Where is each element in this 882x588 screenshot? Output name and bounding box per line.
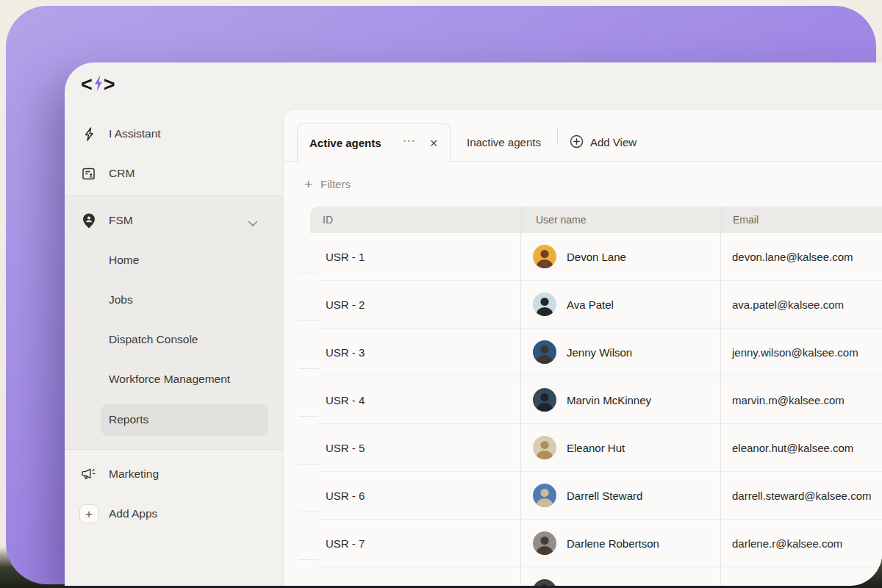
sidebar-item-crm[interactable]: CRM — [65, 157, 283, 190]
table-row[interactable]: USR - 3 Jenny Wilson jenny.wilson@kalsee… — [319, 329, 882, 376]
sidebar-item-add-apps[interactable]: + Add Apps — [65, 498, 283, 530]
cell-user-name: Devon Lane — [521, 233, 721, 280]
tab-inactive-agents[interactable]: Inactive agents — [462, 123, 545, 162]
main-content-panel: Active agents ··· ✕ Inactive agents — [283, 109, 882, 586]
table-row[interactable]: USR - 2 Ava Patel ava.patel@kalsee.com — [319, 281, 882, 329]
sidebar-item-fsm[interactable]: FSM — [65, 204, 283, 237]
sidebar-item-label: Add Apps — [109, 507, 157, 520]
cell-id: USR - 2 — [319, 281, 521, 328]
tab-active-agents[interactable]: Active agents ··· ✕ — [297, 123, 451, 162]
tab-label: Active agents — [309, 137, 381, 149]
sidebar-item-dispatch-console[interactable]: Dispatch Console — [65, 323, 283, 356]
table-row[interactable]: USR - 8 Bessie Cooper bessie.cooper@kals… — [319, 567, 882, 586]
cell-email: jenny.wilson@kalsee.com — [721, 329, 882, 376]
sidebar-item-assistant[interactable]: I Assistant — [65, 118, 283, 150]
lightning-bolt-icon — [81, 126, 96, 142]
cell-user-name: Eleanor Hut — [521, 424, 721, 471]
logo-right-bracket: > — [104, 74, 116, 96]
sidebar: < > I Assistant — [65, 62, 283, 586]
cell-email: eleanor.hut@kalsee.com — [721, 424, 882, 471]
user-name-text: Jenny Wilson — [567, 346, 632, 359]
user-name-text: Devon Lane — [567, 251, 626, 263]
tab-options-icon[interactable]: ··· — [403, 141, 416, 146]
logo-left-bracket: < — [81, 74, 93, 96]
column-header-id[interactable]: ID — [310, 207, 521, 233]
user-name-text: Eleanor Hut — [567, 442, 625, 454]
sidebar-item-marketing[interactable]: Marketing — [65, 458, 283, 490]
app-logo: < > — [81, 73, 116, 97]
view-tab-bar: Active agents ··· ✕ Inactive agents — [284, 110, 882, 162]
cell-id: USR - 3 — [319, 329, 521, 376]
sidebar-item-label: Reports — [109, 413, 148, 426]
plus-icon: + — [79, 504, 98, 523]
table-row[interactable]: USR - 7 Darlene Robertson darlene.r@kals… — [319, 520, 882, 567]
tab-close-icon[interactable]: ✕ — [429, 137, 438, 149]
cell-email: marvin.m@kalsee.com — [721, 376, 882, 423]
table-header-row: ID User name Email — [310, 207, 882, 233]
cell-email: darlene.r@kalsee.com — [721, 520, 882, 567]
agents-table: ID User name Email USR - 1 Devon Lane de… — [298, 207, 882, 586]
avatar — [533, 579, 556, 586]
sidebar-item-label: Marketing — [109, 467, 159, 481]
cell-user-name: Ava Patel — [521, 281, 721, 328]
sidebar-item-label: I Assistant — [109, 127, 161, 140]
column-header-email[interactable]: Email — [721, 207, 882, 233]
column-header-user-name[interactable]: User name — [521, 207, 721, 233]
sidebar-item-label: Workforce Management — [109, 373, 230, 386]
filters-bar: + Filters — [284, 162, 882, 207]
map-pin-person-icon — [81, 212, 96, 229]
chevron-down-icon[interactable] — [248, 217, 258, 230]
cell-user-name: Jenny Wilson — [521, 329, 721, 376]
cell-user-name: Darrell Steward — [521, 472, 721, 519]
user-name-text: Bessie Cooper — [567, 585, 639, 587]
user-name-text: Marvin McKinney — [567, 394, 651, 406]
cell-user-name: Bessie Cooper — [521, 567, 721, 586]
sidebar-item-label: Jobs — [109, 293, 133, 306]
sidebar-item-label: CRM — [109, 167, 135, 180]
avatar — [533, 245, 556, 268]
cell-id: USR - 1 — [319, 233, 521, 280]
table-row[interactable]: USR - 5 Eleanor Hut eleanor.hut@kalsee.c… — [319, 424, 882, 472]
cell-email: darrell.steward@kalsee.com — [721, 472, 882, 519]
cell-id: USR - 8 — [319, 567, 521, 586]
table-row[interactable]: USR - 1 Devon Lane devon.lane@kalsee.com — [319, 233, 882, 281]
avatar — [533, 388, 556, 412]
avatar — [533, 484, 556, 507]
logo-lightning-icon — [93, 73, 104, 97]
user-name-text: Ava Patel — [567, 298, 614, 311]
contact-card-icon — [81, 165, 96, 182]
cell-id: USR - 5 — [319, 424, 521, 471]
table-body: USR - 1 Devon Lane devon.lane@kalsee.com… — [319, 233, 882, 586]
app-window: < > I Assistant — [65, 62, 882, 586]
sidebar-item-label: Dispatch Console — [109, 333, 198, 346]
sidebar-item-reports[interactable]: Reports — [65, 404, 283, 436]
circled-plus-icon — [570, 135, 584, 151]
cell-id: USR - 6 — [319, 472, 521, 519]
cell-email: bessie.cooper@kalsee.com — [721, 567, 882, 586]
sidebar-item-label: FSM — [109, 214, 133, 227]
add-view-button[interactable]: Add View — [570, 123, 637, 162]
filters-button[interactable]: Filters — [320, 178, 351, 190]
row-gutter-column — [298, 233, 319, 586]
avatar — [533, 293, 556, 316]
table-row[interactable]: USR - 6 Darrell Steward darrell.steward@… — [319, 472, 882, 520]
cell-user-name: Darlene Robertson — [521, 520, 721, 567]
user-name-text: Darlene Robertson — [567, 537, 659, 550]
sidebar-item-home[interactable]: Home — [65, 244, 283, 276]
user-name-text: Darrell Steward — [567, 490, 642, 502]
tab-label: Inactive agents — [467, 136, 541, 148]
sidebar-item-jobs[interactable]: Jobs — [65, 284, 283, 316]
screenshot-stage: < > I Assistant — [0, 0, 882, 588]
table-row[interactable]: USR - 4 Marvin McKinney marvin.m@kalsee.… — [319, 376, 882, 424]
add-view-label: Add View — [590, 136, 637, 148]
tab-divider — [557, 129, 558, 143]
cell-email: ava.patel@kalsee.com — [721, 281, 882, 328]
sidebar-item-label: Home — [109, 254, 139, 267]
sidebar-item-workforce-management[interactable]: Workforce Management — [65, 363, 283, 395]
megaphone-icon — [81, 466, 96, 482]
cell-id: USR - 7 — [319, 520, 521, 567]
cell-email: devon.lane@kalsee.com — [721, 233, 882, 280]
avatar — [533, 436, 556, 459]
plus-icon: + — [304, 177, 312, 191]
cell-user-name: Marvin McKinney — [521, 376, 721, 423]
